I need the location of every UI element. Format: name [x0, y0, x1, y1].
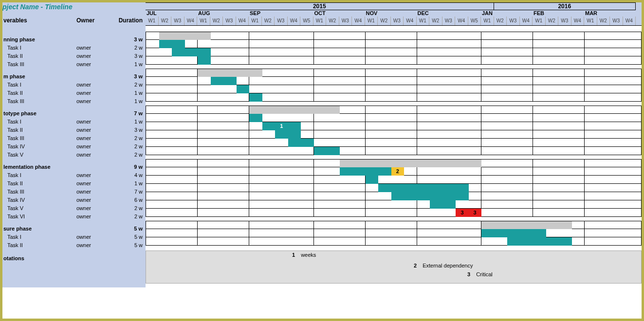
hdr-owner: Owner: [76, 17, 110, 24]
annotation-num: 3: [467, 271, 470, 277]
week-label: W4: [288, 17, 301, 25]
task-duration: 2 w: [110, 44, 146, 52]
phase-summary-row: [146, 69, 642, 77]
task-duration: 1 w: [110, 97, 146, 106]
year-label: 2016: [494, 2, 636, 10]
phase-summary-row: [146, 221, 642, 229]
task-duration: 2 w: [110, 134, 146, 143]
task-name: Task V: [2, 204, 76, 213]
task-duration: 1 w: [110, 179, 146, 188]
week-label: W3: [610, 17, 623, 25]
task-duration: 5 w: [110, 233, 146, 241]
task-name: Task II: [2, 179, 76, 188]
task-owner: owner: [76, 171, 110, 179]
week-label: W1: [249, 17, 262, 25]
task-bar: [340, 167, 391, 176]
task-row: [146, 56, 642, 65]
annotation-text: Critical: [476, 271, 493, 277]
week-label: W2: [159, 17, 172, 25]
bar-annotation: 1: [262, 122, 301, 130]
task-owner: owner: [76, 188, 110, 196]
phase-name: nning phase: [2, 36, 76, 44]
summary-bar: [159, 32, 211, 40]
task-owner: owner: [76, 204, 110, 213]
task-row: 1: [146, 122, 642, 130]
task-name: Task III: [2, 188, 76, 196]
annotation-text: External dependency: [423, 263, 473, 268]
week-label: W1: [584, 17, 597, 25]
task-name: Task II: [2, 52, 76, 60]
phase-duration: 5 w: [110, 225, 146, 233]
task-row: [146, 192, 642, 200]
year-label: 2015: [146, 2, 494, 10]
task-owner: owner: [76, 126, 110, 134]
column-headers: verables Owner Duration: [2, 14, 146, 30]
week-label: W3: [339, 17, 352, 25]
task-row: 33: [146, 209, 642, 217]
task-owner: owner: [76, 179, 110, 188]
task-bar: [481, 229, 546, 237]
annotations-header: otations: [2, 254, 146, 287]
week-label: W3: [391, 17, 404, 25]
task-owner: owner: [76, 52, 110, 60]
task-name: Task II: [2, 126, 76, 134]
week-label: W3: [275, 17, 288, 25]
phase-summary-row: [146, 106, 642, 114]
hdr-duration: Duration: [110, 17, 146, 24]
week-label: W5: [468, 17, 481, 25]
task-row: [146, 85, 642, 93]
week-label: W2: [326, 17, 339, 25]
annotation-item: 3Critical: [467, 271, 493, 277]
week-label: W4: [520, 17, 533, 25]
task-owner: owner: [76, 241, 110, 250]
task-row: 2: [146, 167, 642, 176]
task-bar: [314, 147, 340, 155]
month-label: JAN: [481, 10, 533, 17]
week-label: W4: [455, 17, 468, 25]
task-owner: owner: [76, 143, 110, 151]
task-duration: 1 w: [110, 89, 146, 97]
task-owner: owner: [76, 60, 110, 69]
summary-bar: [340, 160, 482, 168]
task-duration: 7 w: [110, 188, 146, 196]
task-row: [146, 139, 642, 147]
task-duration: 4 w: [110, 171, 146, 179]
task-bar: [507, 237, 572, 246]
task-row: [146, 184, 642, 192]
month-label: MAR: [584, 10, 636, 17]
task-row: [146, 176, 642, 184]
summary-bar: [198, 69, 262, 77]
task-row: [146, 229, 642, 237]
hdr-deliverables: verables: [2, 17, 76, 24]
phase-name: m phase: [2, 72, 76, 81]
week-label: W4: [404, 17, 417, 25]
phase-summary-row: [146, 32, 642, 40]
task-row: [146, 77, 642, 85]
task-owner: owner: [76, 44, 110, 52]
task-duration: 2 w: [110, 143, 146, 151]
task-bar: [172, 48, 211, 56]
task-bar: [391, 192, 469, 200]
task-duration: 3 w: [110, 126, 146, 134]
task-bar: [288, 139, 314, 147]
task-name: Task II: [2, 89, 76, 97]
week-label: W4: [623, 17, 636, 25]
week-label: W1: [197, 17, 210, 25]
task-name: Task III: [2, 134, 76, 143]
task-row: [146, 130, 642, 139]
week-label: W3: [223, 17, 236, 25]
week-label: W3: [442, 17, 456, 25]
week-label: W2: [378, 17, 391, 25]
task-duration: 2 w: [110, 213, 146, 221]
phase-summary-row: [146, 159, 642, 167]
task-duration: 2 w: [110, 81, 146, 89]
annotation-num: 2: [414, 263, 417, 268]
task-duration: 1 w: [110, 118, 146, 126]
week-label: W5: [300, 17, 313, 25]
task-owner: owner: [76, 81, 110, 89]
task-owner: owner: [76, 196, 110, 204]
task-row: [146, 147, 642, 155]
phase-duration: 7 w: [110, 109, 146, 118]
week-label: W3: [507, 17, 520, 25]
task-bar: [211, 77, 237, 85]
